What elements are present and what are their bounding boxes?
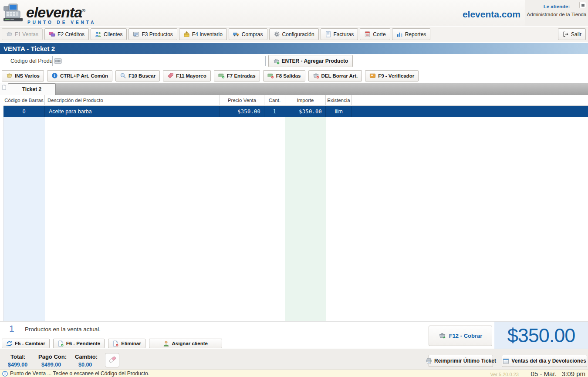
reprint-ticket-button[interactable]: Reimprimir Último Ticket xyxy=(429,355,493,367)
status-message: Punto de Venta ... Teclee o escanee el C… xyxy=(10,370,149,377)
column-header-qty: Cant. xyxy=(264,95,285,105)
inventory-icon xyxy=(183,31,190,37)
total-label: Total: xyxy=(10,353,25,360)
person-icon xyxy=(163,340,169,347)
info-status-icon xyxy=(2,371,8,377)
totals-band: Total: $499.00 Pagó Con: $499.00 Cambio:… xyxy=(0,349,588,370)
credit-cards-icon xyxy=(49,31,55,37)
toolbar-button-creditos[interactable]: F2 Créditos xyxy=(44,28,89,40)
products-icon xyxy=(133,31,139,37)
action-button-buscar[interactable]: F10 Buscar xyxy=(115,70,160,82)
website-link[interactable]: eleventa.com xyxy=(463,9,520,20)
printer-icon xyxy=(426,358,432,364)
charge-button[interactable]: F12 - Cobrar xyxy=(429,326,492,346)
truck-icon xyxy=(233,31,240,37)
toolbar-button-compras[interactable]: Compras xyxy=(229,28,267,40)
attendant-label: Le atiende: xyxy=(525,4,588,9)
page-minus-icon xyxy=(112,340,119,347)
window-control-button[interactable] xyxy=(579,2,586,8)
table-row[interactable]: 0 Aceite para barba $350.00 1 $350.00 Il… xyxy=(3,106,588,117)
day-sales-button[interactable]: Ventas del día y Devoluciones xyxy=(502,355,587,367)
exit-button[interactable]: Salir xyxy=(558,28,586,40)
change-button[interactable]: F5 - Cambiar xyxy=(2,339,50,348)
toolbar-button-facturas[interactable]: Facturas xyxy=(321,28,358,40)
basket-minus-icon xyxy=(313,72,319,79)
attendant-panel: Le atiende: Administrador de la Tienda xyxy=(525,0,588,26)
toolbar-button-clientes[interactable]: Clientes xyxy=(91,28,127,40)
column-header-filler xyxy=(352,95,588,105)
action-button-articulo-comun[interactable]: CTRL+P Art. Común xyxy=(47,70,112,82)
toolbar-button-reportes[interactable]: Reportes xyxy=(392,28,431,40)
column-header-description: Descripción del Producto xyxy=(45,95,220,105)
status-date: 05 - Mar. xyxy=(531,370,557,377)
action-button-entradas[interactable]: F7 Entradas xyxy=(214,70,260,82)
page-plus-icon xyxy=(57,340,64,347)
product-count-caption: Productos en la venta actual. xyxy=(25,326,101,333)
cell-qty: 1 xyxy=(264,106,285,117)
action-button-mayoreo[interactable]: F11 Mayoreo xyxy=(163,70,211,82)
action-button-verificador[interactable]: F9 - Verificador xyxy=(365,70,419,82)
total-value: $499.00 xyxy=(8,362,27,368)
barcode-icon xyxy=(54,58,62,65)
cell-price: $350.00 xyxy=(220,106,264,117)
logo-subtitle: PUNTO DE VENTA xyxy=(27,20,96,25)
cell-barcode: 0 xyxy=(3,106,45,117)
pending-button[interactable]: F6 - Pendiente xyxy=(53,339,105,348)
basket-yellow-icon xyxy=(6,72,13,79)
sale-action-buttons: F5 - Cambiar F6 - Pendiente Eliminar Asi… xyxy=(2,339,222,348)
action-button-salidas[interactable]: F8 Salidas xyxy=(263,70,305,82)
page-icon xyxy=(0,83,8,95)
action-button-borrar-articulo[interactable]: DEL Borrar Art. xyxy=(308,70,362,82)
cell-stock: Ilim xyxy=(326,106,352,117)
cash-register-logo-icon xyxy=(3,3,24,22)
product-code-input[interactable] xyxy=(52,56,266,66)
toolbar-button-inventario[interactable]: F4 Inventario xyxy=(179,28,227,40)
cell-amount: $350.00 xyxy=(285,106,326,117)
toolbar-button-ventas[interactable]: F1 Ventas xyxy=(2,28,43,40)
register-icon xyxy=(364,31,371,37)
toolbar-button-configuracion[interactable]: Configuración xyxy=(269,28,319,40)
sale-footer: 1 Productos en la venta actual. F5 - Cam… xyxy=(0,321,588,349)
card-minus-icon xyxy=(267,72,274,79)
product-entry-row: Código del Producto: ENTER - Agregar Pro… xyxy=(0,54,588,68)
top-header: eleventa® PUNTO DE VENTA eleventa.com Le… xyxy=(0,0,588,26)
basket-arrow-icon xyxy=(439,332,446,340)
sale-total-amount: $350.00 xyxy=(507,324,575,347)
app-logo: eleventa® PUNTO DE VENTA xyxy=(3,3,96,25)
search-icon xyxy=(120,72,126,79)
column-header-price: Precio Venta xyxy=(220,95,264,105)
column-header-amount: Importe xyxy=(285,95,326,105)
add-product-button[interactable]: ENTER - Agregar Producto xyxy=(268,55,353,67)
change-value: $0.00 xyxy=(78,362,92,368)
basket-plus-icon xyxy=(273,58,280,65)
ticket-tab-bar: Ticket 2 xyxy=(0,83,588,95)
main-toolbar: F1 Ventas F2 Créditos Clientes F3 Produc… xyxy=(0,27,588,42)
delete-button[interactable]: Eliminar xyxy=(108,339,145,348)
window-icon xyxy=(581,1,585,9)
cell-filler xyxy=(352,106,588,117)
column-header-stock: Existencia xyxy=(326,95,352,105)
scanner-icon xyxy=(369,72,376,79)
info-icon xyxy=(51,72,58,79)
clients-icon xyxy=(95,31,101,37)
refresh-icon xyxy=(6,340,13,347)
logo-title: eleventa® xyxy=(26,3,96,20)
gear-icon xyxy=(274,31,280,37)
assign-client-button[interactable]: Asignar cliente xyxy=(149,339,222,348)
exit-icon xyxy=(562,31,569,37)
status-separator: - xyxy=(524,372,526,377)
toolbar-button-productos[interactable]: F3 Productos xyxy=(128,28,177,40)
attendant-name: Administrador de la Tienda xyxy=(525,12,588,17)
status-time: 3:09 pm xyxy=(562,370,585,377)
clear-payment-button[interactable] xyxy=(105,353,119,367)
price-tag-icon xyxy=(167,72,174,79)
actions-toolbar: INS Varios CTRL+P Art. Común F10 Buscar … xyxy=(0,68,588,83)
cell-description: Aceite para barba xyxy=(45,106,220,117)
product-count: 1 xyxy=(9,323,14,334)
toolbar-button-corte[interactable]: Corte xyxy=(360,28,390,40)
change-label: Cambio: xyxy=(75,353,98,360)
tab-ticket-2[interactable]: Ticket 2 xyxy=(8,83,56,95)
action-button-varios[interactable]: INS Varios xyxy=(2,70,44,82)
pos-app: eleventa® PUNTO DE VENTA eleventa.com Le… xyxy=(0,0,588,377)
version-text: Ver 5.20.0.23 xyxy=(490,372,518,377)
